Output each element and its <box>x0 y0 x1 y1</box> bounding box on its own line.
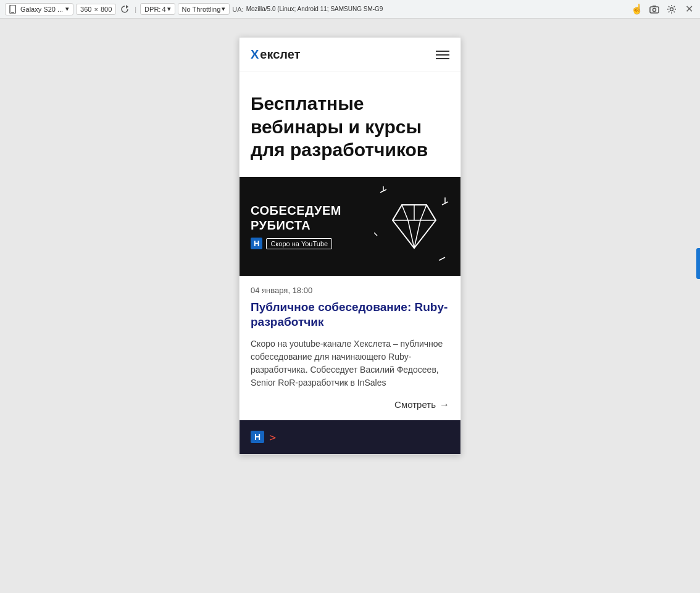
svg-line-15 <box>402 205 408 220</box>
rotate-icon <box>120 4 130 14</box>
card-text: Скоро на youtube-канале Хекслета – публи… <box>251 338 449 389</box>
hero-title: Бесплатные вебинары и курсы для разработ… <box>251 92 449 162</box>
card-image-title-line1: СОБЕСЕДУЕМ <box>251 204 341 217</box>
svg-rect-3 <box>650 7 659 13</box>
device-selector[interactable]: Galaxy S20 ... ▾ <box>5 3 73 15</box>
ua-label: UA: <box>232 6 243 13</box>
card-link[interactable]: Смотреть → <box>251 399 449 410</box>
x-label: × <box>94 6 98 13</box>
svg-line-11 <box>439 257 445 260</box>
card-date: 04 января, 18:00 <box>251 286 449 295</box>
svg-rect-0 <box>10 5 15 14</box>
dpr-label: DPR: <box>144 6 160 13</box>
hamburger-menu[interactable] <box>436 51 449 59</box>
settings-button[interactable] <box>665 3 678 15</box>
dpr-value: 4 <box>162 6 165 13</box>
mobile-frame: Хекслет Бесплатные вебинары и курсы для … <box>239 37 461 455</box>
diamond-illustration <box>374 177 454 276</box>
hamburger-line-1 <box>436 51 449 52</box>
card-image: СОБЕСЕДУЕМ РУБИСТА H Скоро на YouTube <box>240 177 460 276</box>
svg-rect-1 <box>11 12 14 13</box>
svg-point-4 <box>653 8 656 11</box>
card-title: Публичное собеседование: Ruby-разработчи… <box>251 300 449 330</box>
badge-text: Скоро на YouTube <box>266 238 332 249</box>
terminal-card: H > <box>240 420 460 454</box>
hero-section: Бесплатные вебинары и курсы для разработ… <box>240 72 460 176</box>
badge-h: H <box>251 238 262 249</box>
svg-marker-2 <box>126 5 128 9</box>
camera-button[interactable] <box>648 3 660 15</box>
card-image-title-line2: РУБИСТА <box>251 218 310 232</box>
devtools-icons-group: ☝ ✕ <box>631 3 695 15</box>
throttle-label: No Throttling <box>182 6 221 13</box>
site-nav: Хекслет <box>240 38 460 72</box>
svg-line-12 <box>374 233 377 236</box>
rotate-button[interactable] <box>119 3 131 15</box>
width-value: 360 <box>80 6 91 13</box>
logo-text: екслет <box>260 48 300 62</box>
height-value: 800 <box>101 6 112 13</box>
settings-icon <box>667 4 677 14</box>
devtools-toolbar: Galaxy S20 ... ▾ 360 × 800 | DPR: 4 ▾ No… <box>0 0 700 19</box>
dimension-box[interactable]: 360 × 800 <box>76 4 116 15</box>
dpr-chevron: ▾ <box>167 5 171 13</box>
card-image-left: СОБЕСЕДУЕМ РУБИСТА H Скоро на YouTube <box>251 203 341 249</box>
card-image-title: СОБЕСЕДУЕМ РУБИСТА <box>251 203 341 233</box>
site-logo: Хекслет <box>251 48 300 62</box>
device-icon <box>9 5 18 14</box>
hamburger-line-2 <box>436 54 449 56</box>
device-chevron: ▾ <box>65 5 69 13</box>
touch-toggle[interactable]: ☝ <box>631 3 643 15</box>
svg-point-6 <box>670 7 673 10</box>
card-badge: H Скоро на YouTube <box>251 238 341 249</box>
dpr-box[interactable]: DPR: 4 ▾ <box>140 3 175 15</box>
throttle-box[interactable]: No Throttling ▾ <box>178 3 230 15</box>
article-card: СОБЕСЕДУЕМ РУБИСТА H Скоро на YouTube <box>240 176 460 420</box>
svg-rect-5 <box>652 6 656 7</box>
svg-line-16 <box>420 205 427 220</box>
hamburger-line-3 <box>436 58 449 59</box>
card-link-arrow: → <box>440 399 449 410</box>
card-body: 04 января, 18:00 Публичное собеседование… <box>240 276 460 420</box>
ua-value: Mozilla/5.0 (Linux; Android 11; SAMSUNG … <box>246 6 407 12</box>
scroll-tab <box>696 248 700 279</box>
emulator-area: Хекслет Бесплатные вебинары и курсы для … <box>0 19 700 593</box>
camera-icon <box>649 5 659 14</box>
logo-icon: Х <box>251 48 259 62</box>
terminal-badge-h: H <box>251 431 264 443</box>
close-button[interactable]: ✕ <box>683 3 695 15</box>
separator-1: | <box>133 6 138 13</box>
device-name: Galaxy S20 ... <box>20 6 63 13</box>
throttle-chevron: ▾ <box>222 5 225 13</box>
card-link-label: Смотреть <box>394 399 436 410</box>
terminal-prompt: > <box>269 431 276 444</box>
